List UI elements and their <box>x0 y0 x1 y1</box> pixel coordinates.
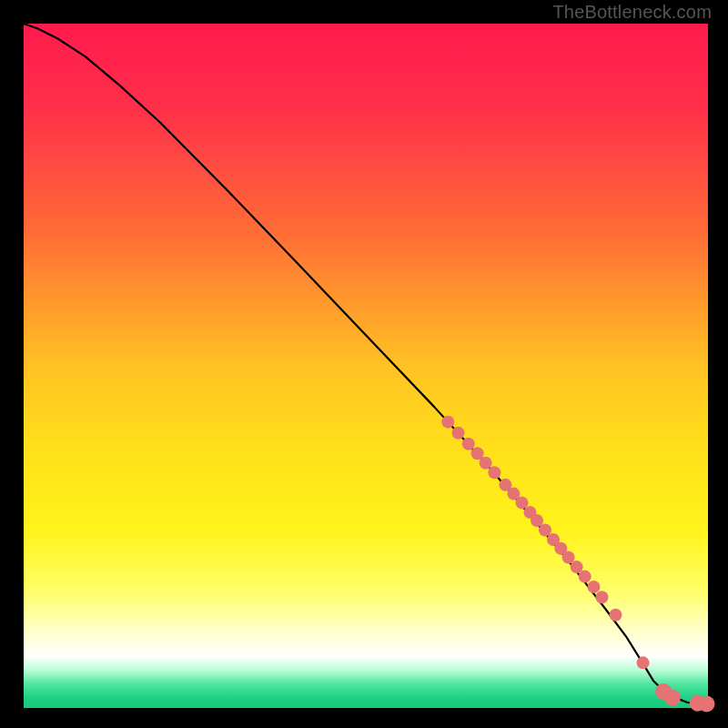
sample-point <box>609 609 622 622</box>
sample-point <box>462 438 475 450</box>
sample-point <box>699 695 715 712</box>
sample-point <box>441 416 454 429</box>
chart-stage: TheBottleneck.com <box>0 0 728 728</box>
sample-point <box>637 656 650 669</box>
gradient-panel <box>24 24 708 708</box>
watermark-text: TheBottleneck.com <box>552 2 712 23</box>
sample-point <box>480 457 492 470</box>
sample-point <box>452 427 465 440</box>
sample-point <box>587 581 600 593</box>
sample-point <box>595 591 608 603</box>
sample-point <box>664 690 681 706</box>
bottleneck-chart <box>0 0 728 728</box>
sample-point <box>579 571 592 583</box>
sample-point <box>488 466 500 479</box>
